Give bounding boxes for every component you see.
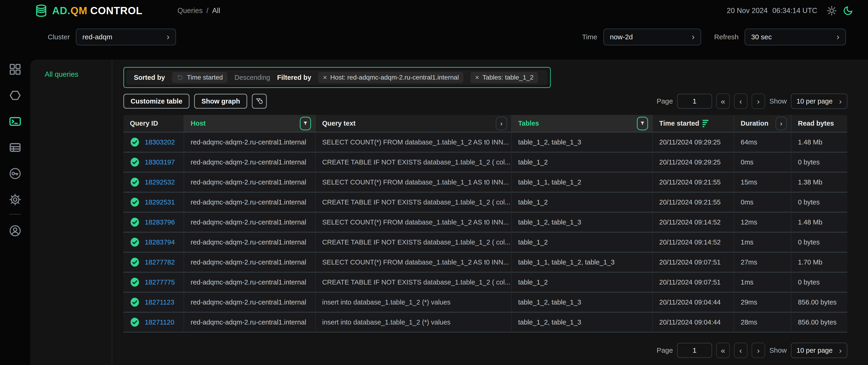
duration-cell: 64ms	[734, 132, 791, 152]
query-id-link[interactable]: 18283794	[145, 238, 175, 246]
tables-cell: table_1_1, table_1_2, table_1_3	[512, 252, 652, 272]
query-id-link[interactable]: 18271123	[145, 298, 174, 306]
cluster-select[interactable]: red-adqm ›	[76, 29, 176, 45]
host-filter-button[interactable]	[300, 117, 311, 130]
table-row: 18292531 red-adqmc-adqm-2.ru-central1.in…	[123, 192, 847, 212]
duration-cell: 29ms	[734, 292, 791, 312]
page-number-input[interactable]	[677, 94, 712, 109]
read-bytes-cell: 0 bytes	[791, 192, 847, 212]
show-label: Show	[769, 346, 787, 354]
hexagon-icon[interactable]	[9, 89, 22, 102]
success-check-icon	[130, 217, 140, 227]
customize-table-button[interactable]: Customize table	[123, 94, 189, 109]
breadcrumb-separator: /	[207, 6, 209, 15]
next-page-button[interactable]: ›	[752, 343, 765, 358]
dashboard-grid-icon[interactable]	[9, 63, 22, 76]
table-icon[interactable]	[9, 141, 22, 154]
table-header-row: Query ID Host	[123, 115, 847, 132]
page-number-input[interactable]	[677, 343, 712, 358]
host-cell: red-adqmc-adqm-2.ru-central1.internal	[184, 292, 315, 312]
chevron-right-icon: ›	[692, 33, 694, 41]
first-page-button[interactable]: «	[716, 94, 730, 109]
tables-cell: table_1_2, table_1_3	[512, 212, 652, 232]
tables-cell: table_1_1, table_1_2	[512, 172, 652, 192]
query-id-cell: 18277775	[123, 272, 184, 292]
time-range-select[interactable]: now-2d ›	[603, 29, 701, 45]
filter-chip-host[interactable]: × Host: red-adqmc-adqm-2.ru-central1.int…	[318, 72, 463, 83]
time-started-cell: 20/11/2024 09:21:55	[652, 192, 734, 212]
expand-query-text-button[interactable]: ›	[496, 117, 507, 130]
column-header-tables: Tables	[512, 115, 652, 132]
show-graph-button[interactable]: Show graph	[194, 94, 247, 109]
query-id-cell: 18292532	[123, 172, 184, 192]
first-page-button[interactable]: «	[716, 343, 730, 358]
filter-chip-host-label: Host: red-adqmc-adqm-2.ru-central1.inter…	[330, 74, 459, 81]
per-page-select[interactable]: 10 per page ›	[791, 94, 847, 109]
table-row: 18283794 red-adqmc-adqm-2.ru-central1.in…	[123, 232, 847, 252]
time-range-value: now-2d	[610, 33, 633, 41]
rail-divider	[9, 214, 21, 214]
refresh-interval-select[interactable]: 30 sec ›	[745, 29, 846, 45]
prev-page-button[interactable]: ‹	[734, 343, 747, 358]
remove-filter-icon[interactable]: ×	[475, 74, 479, 81]
filter-chip-tables-label: Tables: table_1_2	[483, 74, 534, 81]
key-icon[interactable]	[9, 167, 22, 180]
expand-duration-button[interactable]: ›	[776, 117, 787, 130]
database-icon	[34, 4, 48, 18]
duration-cell: 28ms	[734, 312, 791, 332]
column-header-time-started[interactable]: Time started	[652, 115, 734, 132]
reset-filters-button[interactable]	[252, 94, 267, 109]
breadcrumb-section[interactable]: Queries	[177, 6, 203, 15]
filter-summary-bar: Sorted by Time started Descending Filter…	[126, 70, 548, 85]
sort-chip-label: Time started	[187, 74, 223, 81]
query-text-cell: SELECT COUNT(*) FROM database_1.table_1_…	[315, 132, 512, 152]
query-id-link[interactable]: 18283796	[145, 219, 175, 226]
query-id-link[interactable]: 18303202	[145, 138, 175, 146]
table-row: 18271123 red-adqmc-adqm-2.ru-central1.in…	[123, 292, 847, 312]
sun-icon[interactable]	[827, 6, 837, 16]
app-logo: AD.QMCONTROL	[34, 4, 143, 18]
logo-qm: QM	[70, 5, 88, 16]
toolbar: Cluster red-adqm › Time now-2d › Refresh…	[0, 22, 868, 49]
success-check-icon	[130, 197, 140, 207]
host-cell: red-adqmc-adqm-2.ru-central1.internal	[184, 272, 315, 292]
chevron-right-icon: ›	[167, 33, 169, 41]
query-id-link[interactable]: 18277775	[145, 278, 175, 286]
tables-cell: table_1_2, table_1_3	[512, 312, 652, 332]
sort-chip[interactable]: Time started	[172, 72, 228, 83]
time-started-cell: 20/11/2024 09:29:25	[652, 152, 734, 172]
query-id-link[interactable]: 18292532	[145, 178, 175, 186]
queries-main: Sorted by Time started Descending Filter…	[112, 60, 868, 365]
query-id-link[interactable]: 18277782	[145, 259, 175, 266]
pagination-bottom: Page « ‹ › Show 10 per page ›	[657, 343, 847, 358]
moon-icon[interactable]	[843, 6, 853, 16]
per-page-value: 10 per page	[797, 346, 833, 354]
query-id-link[interactable]: 18303197	[145, 158, 175, 166]
prev-page-button[interactable]: ‹	[734, 94, 747, 109]
table-row: 18277775 red-adqmc-adqm-2.ru-central1.in…	[123, 272, 847, 292]
filter-chip-tables[interactable]: × Tables: table_1_2	[470, 72, 538, 83]
query-id-link[interactable]: 18292531	[145, 198, 175, 206]
page-label: Page	[657, 346, 673, 354]
tables-filter-button[interactable]	[637, 117, 648, 130]
cluster-select-value: red-adqm	[83, 33, 112, 41]
user-icon[interactable]	[9, 224, 22, 237]
remove-filter-icon[interactable]: ×	[323, 74, 327, 81]
terminal-icon[interactable]	[9, 115, 22, 128]
gear-icon[interactable]	[9, 193, 22, 206]
query-text-cell: CREATE TABLE IF NOT EXISTS database_1.ta…	[315, 272, 512, 292]
pagination-top: Page « ‹ › Show 10 per page ›	[657, 94, 847, 109]
breadcrumb-current: All	[212, 6, 220, 15]
per-page-select[interactable]: 10 per page ›	[791, 343, 847, 358]
queries-table: Query ID Host	[123, 115, 847, 332]
read-bytes-cell: 1.48 Mb	[791, 212, 847, 232]
table-row: 18303202 red-adqmc-adqm-2.ru-central1.in…	[123, 132, 847, 152]
next-page-button[interactable]: ›	[752, 94, 765, 109]
subnav-item-all-queries[interactable]: All queries	[45, 70, 79, 78]
sort-direction-label: Descending	[235, 74, 270, 81]
duration-cell: 1ms	[734, 272, 791, 292]
reset-sort-icon[interactable]	[177, 74, 184, 81]
query-id-link[interactable]: 18271120	[145, 319, 174, 326]
host-cell: red-adqmc-adqm-2.ru-central1.internal	[184, 312, 315, 332]
read-bytes-cell: 0 bytes	[791, 272, 847, 292]
